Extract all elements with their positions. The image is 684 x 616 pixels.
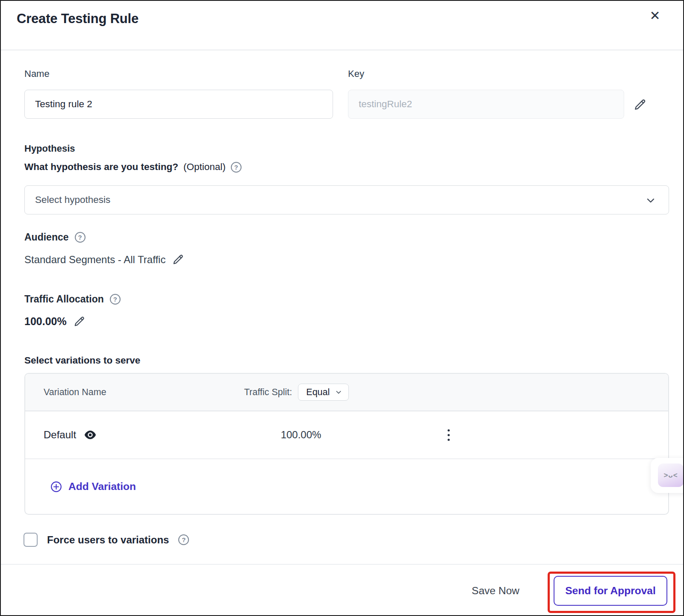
chevron-down-icon xyxy=(335,389,342,396)
add-variation-label: Add Variation xyxy=(68,481,136,493)
edit-audience-pencil-icon[interactable] xyxy=(171,253,185,266)
force-users-help-icon[interactable]: ? xyxy=(178,534,189,545)
chevron-down-icon xyxy=(645,195,657,205)
key-label: Key xyxy=(348,68,364,79)
table-row: Default 100.00% xyxy=(25,411,668,459)
variations-section-label: Select variations to serve xyxy=(24,355,140,366)
audience-label: Audience xyxy=(24,232,69,243)
name-label: Name xyxy=(24,68,50,79)
page-title: Create Testing Rule xyxy=(17,11,139,26)
assistant-face-icon[interactable]: >ᴗ< xyxy=(658,463,684,487)
audience-value: Standard Segments - All Traffic xyxy=(24,254,165,266)
edit-traffic-allocation-pencil-icon[interactable] xyxy=(73,315,86,328)
variation-name: Default xyxy=(44,429,76,441)
traffic-split-select[interactable]: Equal xyxy=(298,384,349,401)
variations-table-header: Variation Name Traffic Split: Equal xyxy=(25,374,668,411)
hypothesis-help-icon[interactable]: ? xyxy=(231,162,242,173)
key-input xyxy=(348,90,624,119)
name-input[interactable] xyxy=(24,90,333,119)
traffic-split-label: Traffic Split: xyxy=(244,387,292,398)
traffic-allocation-help-icon[interactable]: ? xyxy=(110,294,121,305)
variations-table: Variation Name Traffic Split: Equal Defa… xyxy=(24,373,669,515)
floating-assistant-widget[interactable]: >ᴗ< xyxy=(651,458,684,493)
row-menu-kebab-icon[interactable] xyxy=(440,425,457,444)
hypothesis-select[interactable]: Select hypothesis xyxy=(24,185,669,214)
hypothesis-question: What hypothesis are you testing? xyxy=(24,161,178,173)
traffic-allocation-value: 100.00% xyxy=(24,315,67,328)
hypothesis-section-label: Hypothesis xyxy=(24,143,75,154)
save-now-button[interactable]: Save Now xyxy=(472,585,519,597)
column-header-variation-name: Variation Name xyxy=(44,387,106,398)
plus-circle-icon xyxy=(50,481,62,493)
force-users-checkbox[interactable] xyxy=(24,533,38,547)
variation-split-value: 100.00% xyxy=(254,429,348,441)
hypothesis-select-placeholder: Select hypothesis xyxy=(35,194,110,205)
add-variation-button[interactable]: Add Variation xyxy=(50,481,136,493)
preview-eye-icon[interactable] xyxy=(84,429,97,440)
create-testing-rule-modal: Create Testing Rule ✕ Name Key Hypothesi… xyxy=(0,0,684,616)
traffic-split-value: Equal xyxy=(306,387,330,398)
audience-help-icon[interactable]: ? xyxy=(75,232,86,243)
close-icon[interactable]: ✕ xyxy=(644,4,666,26)
add-variation-row: Add Variation xyxy=(25,459,668,514)
force-users-label: Force users to variations xyxy=(47,534,169,546)
hypothesis-optional-note: (Optional) xyxy=(183,161,226,173)
traffic-allocation-label: Traffic Allocation xyxy=(24,293,104,305)
edit-key-pencil-icon[interactable] xyxy=(633,97,647,112)
header-divider xyxy=(1,50,683,50)
send-for-approval-button[interactable]: Send for Approval xyxy=(554,576,667,606)
modal-footer: Save Now Send for Approval xyxy=(1,564,683,616)
